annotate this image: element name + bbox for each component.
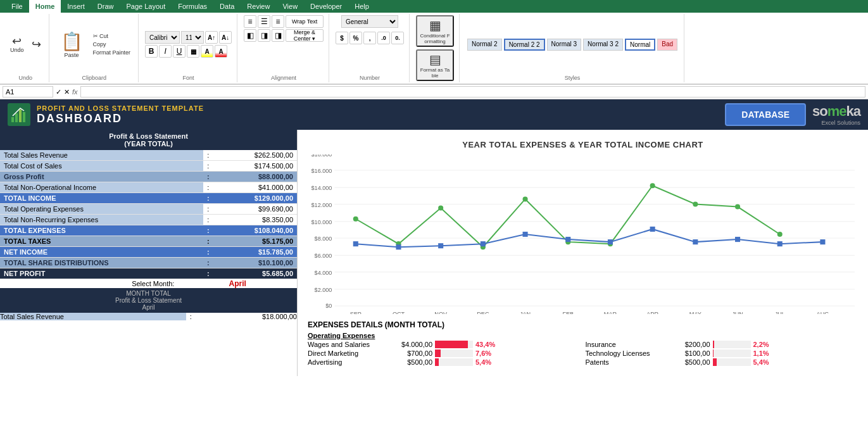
- format-painter-button[interactable]: Format Painter: [91, 49, 134, 56]
- align-left-button[interactable]: ◧: [244, 29, 256, 42]
- style-normal2[interactable]: Normal 2: [467, 39, 502, 51]
- paste-button[interactable]: 📋 Paste: [56, 30, 88, 60]
- redo-icon: ↪: [32, 39, 41, 50]
- tab-draw[interactable]: Draw: [91, 0, 120, 13]
- expenses-point: [820, 239, 825, 244]
- expense-row: Advertising $500,00 5,4%: [308, 358, 581, 366]
- tab-insert[interactable]: Insert: [61, 0, 91, 13]
- font-name-select[interactable]: Calibri: [145, 31, 180, 44]
- tab-developer[interactable]: Developer: [304, 0, 348, 13]
- selected-month[interactable]: April: [178, 279, 297, 288]
- italic-button[interactable]: I: [159, 45, 172, 58]
- svg-text:FEB: FEB: [562, 311, 574, 314]
- font-color-button[interactable]: A: [215, 45, 227, 58]
- database-button[interactable]: DATABASE: [725, 103, 806, 126]
- svg-rect-3: [23, 112, 25, 122]
- banner-title: PROFIT AND LOSS STATEMENT TEMPLATE: [37, 104, 719, 112]
- align-top-left-button[interactable]: ≡: [244, 15, 256, 28]
- style-bad[interactable]: Bad: [657, 39, 677, 51]
- conditional-formatting-button[interactable]: ▦ Conditional Formatting: [416, 15, 454, 47]
- format-table-button[interactable]: ▤ Format as Table: [416, 49, 454, 81]
- align-top-right-button[interactable]: ≡: [272, 15, 284, 28]
- underline-button[interactable]: U: [173, 45, 186, 58]
- expenses-point: [650, 227, 655, 232]
- svg-text:DEC: DEC: [477, 311, 489, 314]
- fx-label: fx: [72, 88, 78, 96]
- align-center-button[interactable]: ◨: [258, 29, 270, 42]
- expenses-point: [777, 241, 783, 246]
- redo-button[interactable]: ↪: [29, 37, 44, 51]
- cut-button[interactable]: ✂ Cut: [91, 32, 134, 40]
- expenses-point: [481, 241, 486, 246]
- income-point: [777, 232, 783, 237]
- align-right-button[interactable]: ◨: [272, 29, 284, 42]
- pl-table-header: Profit & Loss Statement(YEAR TOTAL): [0, 130, 297, 150]
- undo-button[interactable]: ↩ Undo: [8, 34, 27, 54]
- formula-input[interactable]: [80, 86, 865, 98]
- pl-table-row: TOTAL INCOME : $129.000,00: [0, 193, 297, 204]
- wrap-text-button[interactable]: Wrap Text: [286, 15, 324, 28]
- font-grow-button[interactable]: A↑: [205, 31, 218, 44]
- expenses-title: EXPENSES DETAILS (MONTH TOTAL): [308, 320, 858, 329]
- svg-text:AUG: AUG: [817, 311, 829, 314]
- formula-check-icon: ✓: [56, 88, 61, 96]
- tab-home[interactable]: Home: [29, 0, 61, 13]
- align-top-center-button[interactable]: ☰: [258, 15, 270, 28]
- number-format-select[interactable]: General: [341, 15, 398, 28]
- logo: someka: [812, 103, 860, 120]
- percent-button[interactable]: %: [349, 32, 362, 44]
- merge-center-button[interactable]: Merge & Center ▾: [286, 29, 324, 42]
- styles-buttons-group: ▦ Conditional Formatting ▤ Format as Tab…: [411, 14, 460, 82]
- font-size-select[interactable]: 11: [181, 31, 204, 44]
- font-shrink-button[interactable]: A↓: [219, 31, 232, 44]
- tab-formulas[interactable]: Formulas: [172, 0, 213, 13]
- increase-decimal-button[interactable]: .0: [377, 32, 390, 44]
- style-normal3[interactable]: Normal 3: [547, 39, 582, 51]
- pl-table-row: Total Sales Revenue : $262.500,00: [0, 150, 297, 161]
- number-group: General $ % , .0 0. Number: [330, 14, 410, 82]
- cell-reference-input[interactable]: [3, 86, 53, 98]
- fill-color-button[interactable]: A: [201, 45, 213, 58]
- undo-icon: ↩: [12, 35, 22, 47]
- copy-button[interactable]: Copy: [91, 41, 134, 48]
- style-normal32[interactable]: Normal 3 2: [583, 39, 623, 51]
- style-normal[interactable]: Normal: [625, 39, 655, 51]
- comma-button[interactable]: ,: [363, 32, 376, 44]
- svg-text:MAR: MAR: [604, 311, 617, 314]
- clipboard-group: 📋 Paste ✂ Cut Copy Format Painter Clipbo…: [51, 14, 139, 82]
- expenses-point: [735, 237, 740, 242]
- chart-title: YEAR TOTAL EXPENSES & YEAR TOTAL INCOME …: [303, 135, 863, 152]
- income-point: [735, 205, 740, 210]
- svg-text:$0: $0: [325, 303, 332, 309]
- border-button[interactable]: ▦: [187, 45, 199, 58]
- svg-text:$10.000: $10.000: [311, 219, 332, 225]
- bold-button[interactable]: B: [145, 45, 158, 58]
- pl-table-row: TOTAL EXPENSES : $108.040,00: [0, 225, 297, 236]
- alignment-group: ≡ ☰ ≡ Wrap Text ◧ ◨ ◨ Merge & Center ▾ A…: [239, 14, 329, 82]
- expense-row: Wages and Salaries $4.000,00 43,4%: [308, 341, 581, 348]
- income-point: [438, 206, 443, 211]
- tab-file[interactable]: File: [5, 0, 29, 13]
- expense-row: Patents $500,00 5,4%: [586, 358, 859, 366]
- svg-text:$18.000: $18.000: [311, 154, 332, 158]
- svg-text:OCT: OCT: [393, 311, 405, 314]
- currency-button[interactable]: $: [336, 32, 348, 44]
- tab-help[interactable]: Help: [348, 0, 375, 13]
- tab-review[interactable]: Review: [241, 0, 276, 13]
- income-point: [650, 183, 655, 188]
- svg-text:APR: APR: [646, 311, 658, 314]
- pl-table-row: Total Cost of Sales : $174.500,00: [0, 161, 297, 172]
- svg-text:SEP: SEP: [350, 311, 362, 314]
- tab-view[interactable]: View: [276, 0, 304, 13]
- svg-rect-1: [15, 113, 18, 122]
- svg-rect-2: [19, 110, 22, 122]
- svg-text:$4.000: $4.000: [315, 270, 332, 276]
- expenses-point: [396, 244, 401, 249]
- banner-icon: [8, 103, 30, 126]
- svg-text:$6.000: $6.000: [315, 253, 332, 259]
- style-normal22[interactable]: Normal 2 2: [504, 39, 545, 51]
- decrease-decimal-button[interactable]: 0.: [391, 32, 404, 44]
- tab-data[interactable]: Data: [213, 0, 241, 13]
- tab-page-layout[interactable]: Page Layout: [120, 0, 172, 13]
- line-chart-svg: $0 $2.000 $4.000 $6.000 $8.000 $10.000 $…: [308, 154, 858, 314]
